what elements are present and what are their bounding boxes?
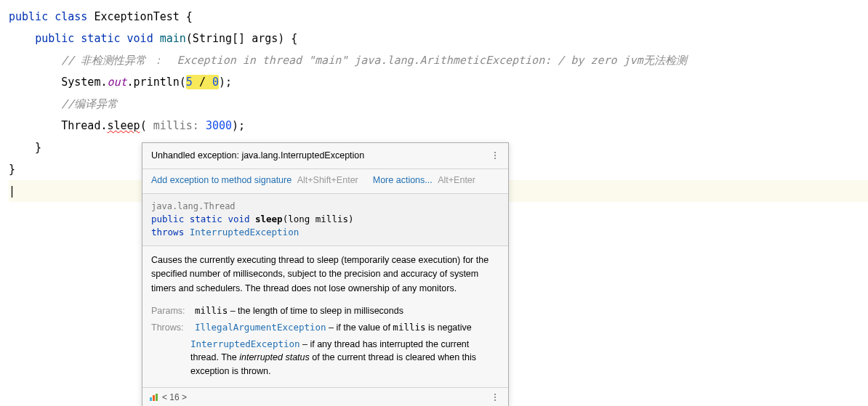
quick-fix-actions: Add exception to method signature Alt+Sh… bbox=[142, 169, 508, 194]
params-label: Params: bbox=[151, 304, 190, 318]
keyword: public bbox=[151, 214, 184, 224]
sig-throws: throws InterruptedException bbox=[151, 226, 499, 240]
popup-footer: < 16 > bbox=[142, 387, 508, 406]
throws-row: Throws: IllegalArgumentException – if th… bbox=[151, 321, 499, 335]
parameter-hint: millis: bbox=[153, 119, 206, 132]
keyword: class bbox=[55, 10, 87, 23]
throws-text: InterruptedException – if any thread has… bbox=[190, 338, 499, 378]
brace: { bbox=[180, 10, 193, 23]
throws-text: IllegalArgumentException – if the value … bbox=[195, 321, 472, 335]
text: .println( bbox=[127, 76, 186, 89]
more-actions-link[interactable]: More actions... bbox=[373, 175, 433, 185]
more-icon[interactable] bbox=[489, 150, 501, 161]
throws-label: Throws: bbox=[151, 321, 190, 335]
signature-section: java.lang.Thread public static void slee… bbox=[142, 194, 508, 247]
text: Thread. bbox=[61, 119, 107, 132]
documentation-popup: Unhandled exception: java.lang.Interrupt… bbox=[142, 142, 509, 406]
exception-link[interactable]: InterruptedException bbox=[190, 227, 300, 237]
sig-line: public static void sleep(long millis) bbox=[151, 213, 499, 227]
text: ); bbox=[232, 119, 245, 132]
number: 5 bbox=[186, 76, 199, 89]
number: 0 bbox=[206, 76, 219, 89]
add-exception-link[interactable]: Add exception to method signature bbox=[151, 175, 292, 185]
more-icon[interactable] bbox=[489, 391, 501, 403]
code-line[interactable]: //编译异常 bbox=[9, 93, 868, 115]
param-text: millis – the length of time to sleep in … bbox=[195, 304, 403, 318]
keyword: void bbox=[127, 32, 153, 45]
nav-text[interactable]: < 16 > bbox=[162, 391, 187, 404]
param-row: Params: millis – the length of time to s… bbox=[151, 304, 499, 318]
static-field: out bbox=[107, 76, 126, 89]
text: System. bbox=[61, 76, 107, 89]
shortcut: Alt+Shift+Enter bbox=[297, 175, 358, 185]
keyword: static bbox=[81, 32, 120, 45]
method-name: main bbox=[160, 32, 186, 45]
caret: | bbox=[9, 184, 15, 198]
text: ); bbox=[219, 76, 232, 89]
text: ( bbox=[140, 119, 153, 132]
params: (String[] args) { bbox=[186, 32, 298, 45]
class-name: ExceptionTest bbox=[94, 10, 179, 23]
error-call: sleep bbox=[107, 119, 140, 132]
keyword: public bbox=[35, 32, 74, 45]
keyword: static bbox=[190, 214, 222, 224]
method-name: sleep bbox=[255, 214, 283, 224]
brace: } bbox=[9, 163, 15, 176]
exception-link[interactable]: IllegalArgumentException bbox=[195, 322, 326, 333]
shortcut: Alt+Enter bbox=[438, 175, 475, 185]
brace: } bbox=[9, 141, 41, 154]
keyword: public bbox=[9, 10, 48, 23]
comment: //编译异常 bbox=[61, 97, 118, 110]
number: 3000 bbox=[206, 119, 232, 132]
sig-params: (long millis) bbox=[283, 214, 354, 224]
popup-header: Unhandled exception: java.lang.Interrupt… bbox=[142, 143, 508, 169]
chart-icon[interactable] bbox=[150, 394, 158, 401]
error-message: Unhandled exception: java.lang.Interrupt… bbox=[151, 149, 364, 163]
sig-class: java.lang.Thread bbox=[151, 200, 499, 213]
keyword: void bbox=[228, 214, 249, 224]
exception-link[interactable]: InterruptedException bbox=[190, 338, 300, 349]
params-section: Params: millis – the length of time to s… bbox=[142, 303, 508, 387]
code-line[interactable]: // 非检测性异常 ： Exception in thread "main" j… bbox=[9, 49, 868, 71]
keyword: throws bbox=[151, 227, 184, 237]
comment: // 非检测性异常 ： Exception in thread "main" j… bbox=[61, 54, 686, 67]
throws-row: InterruptedException – if any thread has… bbox=[151, 338, 499, 378]
code-line[interactable]: public class ExceptionTest { bbox=[9, 6, 868, 28]
code-line[interactable]: Thread.sleep( millis: 3000); bbox=[9, 115, 868, 137]
code-line[interactable]: public static void main(String[] args) { bbox=[9, 28, 868, 49]
op: / bbox=[199, 76, 206, 89]
code-line[interactable]: System.out.println(5 / 0); bbox=[9, 71, 868, 93]
description: Causes the currently executing thread to… bbox=[142, 246, 508, 303]
